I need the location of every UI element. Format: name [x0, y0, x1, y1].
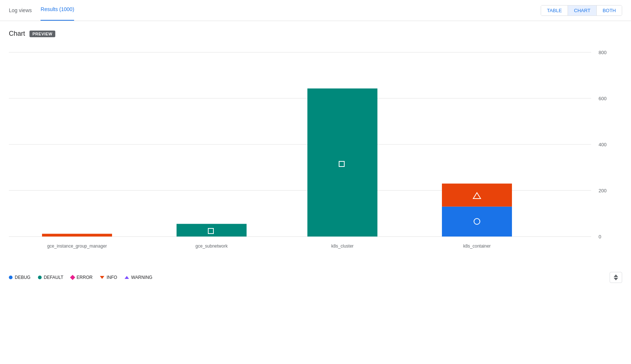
legend-error-label: ERROR: [77, 275, 93, 280]
x-label-k8s-cluster: k8s_cluster: [331, 244, 354, 249]
log-views-tab[interactable]: Log views: [9, 7, 32, 13]
legend-info-label: INFO: [107, 275, 117, 280]
x-label-gce-subnetwork: gce_subnetwork: [195, 244, 228, 249]
y-label-600: 600: [599, 96, 607, 101]
both-view-button[interactable]: BOTH: [597, 6, 622, 15]
svg-marker-3: [614, 278, 618, 280]
table-view-button[interactable]: TABLE: [541, 6, 568, 15]
chart-view-button[interactable]: CHART: [568, 6, 597, 15]
chart-header: Chart PREVIEW: [9, 30, 622, 38]
legend: DEBUG DEFAULT ERROR INFO WARNING: [9, 266, 622, 284]
bar-k8s-cluster-default: [307, 88, 377, 237]
legend-warning-label: WARNING: [131, 275, 153, 280]
x-label-k8s-container: k8s_container: [463, 244, 491, 249]
svg-marker-2: [614, 274, 618, 277]
svg-marker-1: [125, 276, 129, 279]
legend-error: ERROR: [71, 275, 93, 280]
legend-default: DEFAULT: [38, 275, 63, 280]
bar-gce-instance-info: [42, 234, 112, 237]
legend-default-icon: [38, 276, 42, 279]
bar-k8s-container-debug: [442, 207, 512, 237]
legend-error-icon: [70, 275, 75, 280]
legend-info: INFO: [100, 275, 117, 280]
y-label-400: 400: [599, 142, 607, 147]
bar-gce-subnetwork-default: [177, 224, 247, 237]
bar-k8s-container-info: [442, 183, 512, 207]
scroll-icon: [613, 274, 619, 281]
y-label-0: 0: [599, 234, 601, 239]
chart-container: 800 600 400 200 0 gce_instance_group_man…: [9, 45, 622, 284]
legend-warning: WARNING: [125, 275, 153, 280]
chart-title: Chart: [9, 30, 25, 38]
x-label-gce-instance: gce_instance_group_manager: [47, 244, 107, 249]
svg-marker-0: [100, 276, 104, 279]
preview-badge: PREVIEW: [29, 31, 55, 37]
header: Log views Results (1000) TABLE CHART BOT…: [0, 0, 631, 21]
chart-svg: 800 600 400 200 0 gce_instance_group_man…: [9, 45, 613, 266]
scroll-button[interactable]: [610, 272, 622, 283]
legend-debug-icon: [9, 276, 13, 279]
legend-debug: DEBUG: [9, 275, 31, 280]
view-toggle: TABLE CHART BOTH: [541, 5, 622, 16]
legend-debug-label: DEBUG: [15, 275, 31, 280]
y-label-800: 800: [599, 50, 607, 55]
content-area: Chart PREVIEW 800 600 400 200 0: [0, 21, 631, 284]
legend-default-label: DEFAULT: [44, 275, 63, 280]
legend-info-icon: [100, 275, 104, 280]
y-label-200: 200: [599, 188, 607, 193]
legend-warning-icon: [125, 275, 129, 280]
results-tab[interactable]: Results (1000): [41, 0, 74, 21]
